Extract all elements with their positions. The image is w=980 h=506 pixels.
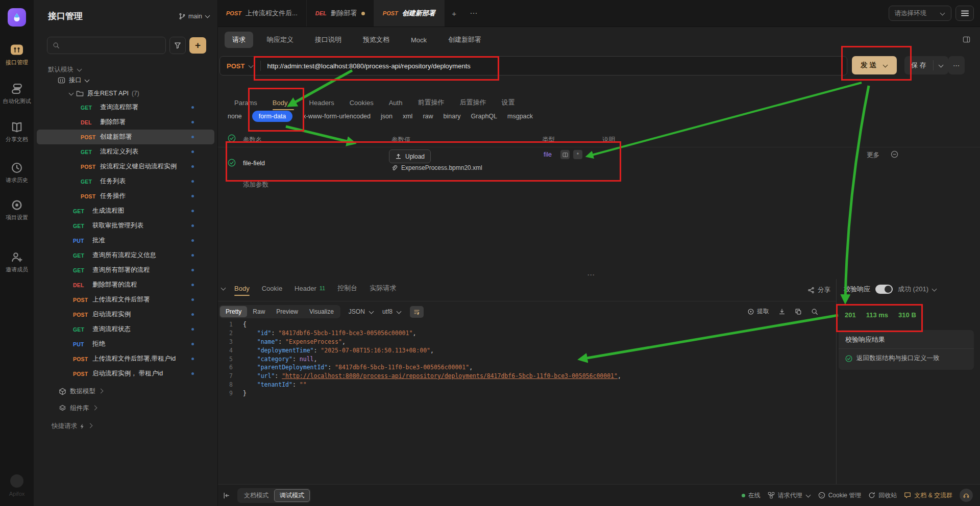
sidebar-item-api[interactable]: PUT拒绝	[37, 337, 214, 351]
request-tab-后置操作[interactable]: 后置操作	[459, 98, 486, 107]
open-tab[interactable]: DEL删除部署	[307, 0, 374, 27]
download-button[interactable]	[778, 308, 786, 315]
tab-Mock[interactable]: Mock	[403, 33, 434, 47]
online-status[interactable]: 在线	[742, 491, 761, 500]
send-button[interactable]: 发 送	[852, 56, 897, 74]
sidebar-item-api[interactable]: POST启动流程实例	[37, 307, 214, 322]
sidebar-item-api[interactable]: POST上传流程文件后部署,带租户id	[37, 351, 214, 366]
pane-resize-handle[interactable]: ⋯	[587, 270, 596, 280]
body-type-msgpack[interactable]: msgpack	[507, 113, 533, 120]
save-button[interactable]: 保 存	[904, 56, 948, 74]
debug-mode-button[interactable]: 调试模式	[274, 489, 310, 502]
sidebar-item-api[interactable]: DEL删除部署的流程	[37, 277, 214, 292]
doc-mode-button[interactable]: 文档模式	[238, 489, 274, 502]
sidebar-item-api[interactable]: GET任务列表	[37, 174, 214, 189]
upload-button[interactable]: Upload	[389, 149, 431, 163]
tab-创建新部署[interactable]: 创建新部署	[440, 32, 489, 48]
view-mode-Raw[interactable]: Raw	[247, 306, 271, 317]
validate-state-select[interactable]: 成功 (201)	[898, 285, 937, 294]
open-tab[interactable]: POST上传流程文件后...	[217, 0, 307, 27]
request-tab-Cookies[interactable]: Cookies	[350, 99, 374, 107]
add-param-button[interactable]: 添加参数	[243, 181, 268, 189]
rail-item-project-settings[interactable]: 项目设置	[0, 199, 34, 221]
body-type-form-data[interactable]: form-data	[252, 111, 293, 122]
add-api-button[interactable]: +	[189, 37, 206, 54]
search-input[interactable]	[47, 37, 166, 54]
environment-select[interactable]: 请选择环境	[889, 6, 952, 21]
view-mode-Preview[interactable]: Preview	[271, 306, 304, 317]
collapse-sidebar-icon[interactable]	[223, 492, 230, 499]
request-more-button[interactable]: ⋯	[948, 56, 965, 74]
tab-响应定义[interactable]: 响应定义	[259, 32, 301, 48]
sidebar-item-api[interactable]: GET流程定义列表	[37, 144, 214, 159]
chevron-down-icon[interactable]	[221, 285, 226, 290]
language-select[interactable]: JSON	[349, 308, 374, 315]
body-type-none[interactable]: none	[228, 113, 242, 120]
word-wrap-button[interactable]	[410, 306, 424, 318]
sidebar-item-component-lib[interactable]: 组件库	[37, 400, 214, 417]
extract-button[interactable]: 提取	[747, 307, 769, 316]
response-json[interactable]: 1{2 "id": "8417dbf6-5bcb-11f0-bce3-00505…	[217, 320, 836, 485]
branch-selector[interactable]: main	[179, 13, 210, 20]
view-mode-Pretty[interactable]: Pretty	[220, 306, 247, 317]
sidebar-item-api[interactable]: POST创建新部署	[37, 130, 214, 144]
view-mode-Visualize[interactable]: Visualize	[304, 306, 339, 317]
filter-button[interactable]	[169, 37, 186, 54]
type-config-icon[interactable]	[560, 150, 570, 159]
param-type[interactable]: file	[544, 151, 552, 158]
app-logo-icon[interactable]	[8, 8, 26, 27]
request-tab-前置操作[interactable]: 前置操作	[418, 98, 444, 107]
sidebar-folder-rest-api[interactable]: 原生REST API(7)	[37, 87, 214, 100]
sidebar-item-data-model[interactable]: 数据模型	[37, 383, 214, 400]
copy-button[interactable]	[795, 308, 802, 315]
response-tab-Cookie[interactable]: Cookie	[262, 285, 282, 292]
select-all-checkbox[interactable]	[228, 134, 236, 142]
tab-请求[interactable]: 请求	[225, 32, 253, 48]
request-tab-Headers[interactable]: Headers	[309, 99, 334, 107]
sidebar-root-api[interactable]: 接口	[37, 73, 214, 87]
sidebar-item-quick-request[interactable]: 快捷请求	[37, 419, 214, 434]
tab-预览文档[interactable]: 预览文档	[355, 32, 397, 48]
rail-item-api-manage[interactable]: 接口管理	[0, 44, 34, 66]
community-button[interactable]: 文档 & 交流群	[904, 491, 952, 500]
layout-toggle-icon[interactable]	[962, 36, 971, 43]
new-tab-button[interactable]: +	[445, 0, 464, 27]
sidebar-item-api[interactable]: DEL删除部署	[37, 115, 214, 130]
request-tab-Params[interactable]: Params	[234, 99, 257, 107]
menu-button[interactable]	[955, 6, 974, 21]
tab-more-button[interactable]: ⋯	[464, 0, 483, 27]
body-type-xml[interactable]: xml	[403, 113, 412, 120]
share-button[interactable]: 分享	[807, 286, 830, 294]
sidebar-item-api[interactable]: POST任务操作	[37, 189, 214, 204]
response-tab-Header[interactable]: Header11	[295, 285, 325, 292]
module-selector[interactable]: 默认模块	[48, 65, 82, 74]
encoding-select[interactable]: utf8	[382, 308, 402, 315]
request-tab-Auth[interactable]: Auth	[389, 99, 403, 107]
method-select[interactable]: POST	[220, 62, 260, 70]
cookie-manage-button[interactable]: Cookie 管理	[818, 491, 862, 500]
body-type-json[interactable]: json	[381, 113, 393, 120]
rail-item-share-docs[interactable]: 分享文档	[0, 121, 34, 143]
sidebar-item-api[interactable]: POST按流程定义键启动流程实例	[37, 159, 214, 174]
body-type-GraphQL[interactable]: GraphQL	[471, 113, 497, 120]
attached-file[interactable]: ExpenseProcess.bpmn20.xml	[391, 164, 482, 171]
rail-item-history[interactable]: 请求历史	[0, 162, 34, 184]
row-checkbox[interactable]	[228, 159, 236, 167]
row-more-button[interactable]: 更多	[867, 151, 879, 160]
rail-item-automation[interactable]: 自动化测试	[0, 83, 34, 105]
sidebar-item-api[interactable]: PUT批准	[37, 233, 214, 248]
response-tab-实际请求[interactable]: 实际请求	[370, 284, 396, 293]
tab-接口说明[interactable]: 接口说明	[307, 32, 349, 48]
sidebar-item-api[interactable]: GET获取审批管理列表	[37, 218, 214, 233]
sidebar-item-api[interactable]: GET查询流程状态	[37, 322, 214, 337]
validate-toggle[interactable]	[875, 285, 893, 294]
save-options-button[interactable]	[934, 62, 948, 69]
trash-button[interactable]: 回收站	[868, 491, 897, 500]
sidebar-item-api[interactable]: GET查询流程部署	[37, 100, 214, 115]
sidebar-item-api[interactable]: GET生成流程图	[37, 204, 214, 218]
body-type-binary[interactable]: binary	[444, 113, 461, 120]
sidebar-item-api[interactable]: POST上传流程文件后部署	[37, 292, 214, 307]
sidebar-item-api[interactable]: GET查询所有流程定义信息	[37, 248, 214, 263]
param-name[interactable]: file-field	[243, 160, 265, 167]
proxy-button[interactable]: 请求代理	[768, 491, 811, 500]
